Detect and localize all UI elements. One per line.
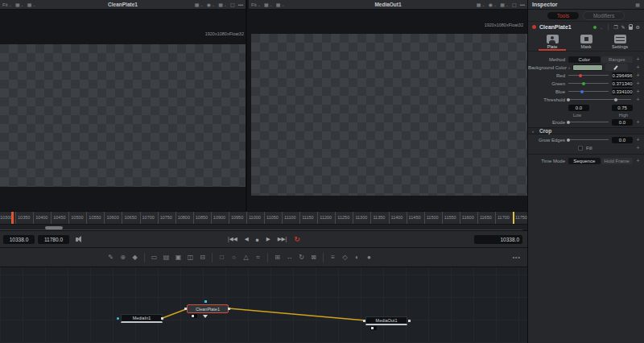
mediaout1-input-port[interactable] <box>363 320 365 322</box>
range-end-marker[interactable] <box>513 212 514 224</box>
method-color-button[interactable]: Color <box>568 56 601 63</box>
scrollbar-handle[interactable] <box>45 226 63 229</box>
grow-edges-slider[interactable] <box>568 139 609 140</box>
toolbar-tool-icon-4-2[interactable]: ↔ <box>283 254 295 261</box>
method-ranges-button[interactable]: Ranges <box>601 56 634 63</box>
toolbar-tool-icon-2-4[interactable]: ◫ <box>184 254 196 261</box>
viewer-left-canvas[interactable]: 1920x1080xFloat32 <box>0 10 246 210</box>
tab-settings[interactable]: Settings <box>606 35 634 51</box>
grow-edges-value-field[interactable]: 0.0 <box>612 137 633 143</box>
toolbar-tool-icon-5-2[interactable]: ◇ <box>339 254 351 261</box>
zoom-fit-dropdown[interactable]: Fit⌄ <box>2 2 12 7</box>
channel-select-dropdown[interactable]: ▦⌄ <box>218 2 227 7</box>
node-editor[interactable]: MediaIn1 CleanPlate1 MediaOut1 <box>0 267 527 343</box>
buffer-select-dropdown[interactable]: ▦⌄ <box>264 2 273 7</box>
toolbar-tool-icon-3-1[interactable]: □ <box>216 254 228 261</box>
toolbar-tool-icon-1-3[interactable]: ◆ <box>129 254 141 261</box>
cleanplate1-expand-triangle[interactable] <box>203 315 208 318</box>
tab-plate[interactable]: Plate <box>539 35 566 51</box>
timeline-scrollbar[interactable] <box>0 224 527 230</box>
current-frame-field[interactable]: 10338.0 <box>474 235 522 244</box>
go-first-frame-button[interactable]: |◀◀ <box>228 236 237 242</box>
mediain1-output-port[interactable] <box>161 317 163 320</box>
wire-cleanplate-mediaout[interactable] <box>229 308 365 320</box>
erode-slider[interactable] <box>568 122 609 122</box>
zoom-fit-dropdown[interactable]: Fit⌄ <box>251 2 261 7</box>
cleanplate1-output-port[interactable] <box>228 308 230 310</box>
green-value-field[interactable]: 0.371340 <box>612 81 633 87</box>
panel-toggle-icon[interactable]: ▦ <box>635 2 640 7</box>
blue-value-field[interactable]: 0.334100 <box>612 89 633 95</box>
subview-dropdown[interactable]: ▦⌄ <box>477 2 485 7</box>
toolbar-tool-icon-5-3[interactable]: ◐ <box>351 254 363 261</box>
stop-button[interactable]: ■ <box>256 237 259 242</box>
animate-plus[interactable]: + <box>633 158 643 163</box>
toolbar-tool-icon-2-3[interactable]: ▣ <box>172 254 184 261</box>
settings-gear-icon[interactable]: ⚙ <box>636 24 640 30</box>
range-end-field[interactable]: 11780.0 <box>38 235 69 244</box>
crop-section-header[interactable]: › Crop <box>528 127 644 134</box>
subview-dropdown[interactable]: ▦⌄ <box>195 2 204 7</box>
audio-mute-icon[interactable] <box>76 238 78 242</box>
toolbar-tool-icon-4-1[interactable]: ⊞ <box>271 254 283 261</box>
animate-plus[interactable]: + <box>633 145 643 151</box>
node-color-dot[interactable] <box>532 25 536 29</box>
viewer-options-button[interactable]: ••• <box>520 2 525 7</box>
animate-plus[interactable]: + <box>633 97 643 102</box>
toolbar-tool-icon-3-2[interactable]: ○ <box>228 254 240 261</box>
node-editor-options-button[interactable]: ••• <box>513 254 521 260</box>
toolbar-tool-icon-3-4[interactable]: ≈ <box>252 254 264 261</box>
erode-value-field[interactable]: 0.0 <box>612 119 633 126</box>
expand-viewer-button[interactable]: ▢ <box>230 2 235 7</box>
toolbar-tool-icon-4-3[interactable]: ↻ <box>295 254 308 261</box>
toolbar-tool-icon-4-4[interactable]: ⊠ <box>308 254 320 261</box>
viewer-options-button[interactable]: ••• <box>238 2 243 7</box>
node-mediaout1[interactable]: MediaOut1 <box>365 316 407 325</box>
edit-icon[interactable]: ✎ <box>621 24 625 30</box>
color-controls-dropdown[interactable]: ◉⌄ <box>489 2 497 7</box>
toolbar-tool-icon-2-2[interactable]: ▤ <box>160 254 172 261</box>
mediaout1-output-port[interactable] <box>408 320 411 322</box>
wire-mediain-cleanplate[interactable] <box>163 309 186 318</box>
loop-playback-button[interactable]: ↻ <box>294 235 300 243</box>
tab-tools[interactable]: Tools <box>547 12 579 19</box>
lock-icon[interactable] <box>629 27 633 30</box>
versions-icon[interactable]: ❐ <box>613 24 617 30</box>
toolbar-tool-icon-2-5[interactable]: ⊟ <box>196 254 208 261</box>
color-picker-button[interactable] <box>605 64 628 71</box>
play-reverse-button[interactable]: ◀ <box>245 236 249 242</box>
threshold-low-handle[interactable] <box>567 98 570 101</box>
cleanplate1-mask-input[interactable] <box>204 300 207 303</box>
threshold-high-handle[interactable] <box>614 98 617 101</box>
tab-modifiers[interactable]: Modifiers <box>583 11 625 20</box>
threshold-high-field[interactable]: 0.75 <box>612 105 633 111</box>
threshold-range-slider[interactable] <box>568 99 631 100</box>
cleanplate1-input-port[interactable] <box>184 308 187 310</box>
animate-plus[interactable]: + <box>633 89 643 94</box>
animate-plus[interactable]: + <box>633 56 643 62</box>
animate-plus[interactable]: + <box>633 119 643 125</box>
buffer-select-dropdown[interactable]: ▦⌄ <box>15 2 24 7</box>
animate-plus[interactable]: + <box>633 72 643 78</box>
background-color-swatch[interactable] <box>572 64 603 71</box>
playhead-marker[interactable] <box>11 212 14 224</box>
red-slider[interactable] <box>568 75 609 76</box>
animate-plus[interactable]: + <box>633 81 643 86</box>
animate-plus[interactable]: + <box>633 137 643 143</box>
toolbar-tool-icon-3-3[interactable]: △ <box>240 254 252 261</box>
play-button[interactable]: ▶ <box>266 236 270 242</box>
timeline-ruler[interactable]: 1030010350104001045010500105501060010650… <box>0 211 527 224</box>
expand-viewer-button[interactable]: ▢ <box>512 2 517 7</box>
view-layout-dropdown[interactable]: ▦⌄ <box>27 2 36 7</box>
blue-slider[interactable] <box>568 91 609 92</box>
expand-caret-icon[interactable]: › <box>568 65 570 70</box>
tab-mask[interactable]: Mask <box>572 35 600 51</box>
go-last-frame-button[interactable]: ▶▶| <box>278 236 287 242</box>
color-controls-dropdown[interactable]: ◉⌄ <box>207 2 215 7</box>
toolbar-tool-icon-1-2[interactable]: ⊕ <box>117 254 129 261</box>
viewer-right-canvas[interactable]: 1920x1080xFloat32 <box>249 10 527 210</box>
view-layout-dropdown[interactable]: ▦⌄ <box>276 2 285 7</box>
node-mediain1[interactable]: MediaIn1 <box>121 314 163 323</box>
animate-plus[interactable]: + <box>633 64 643 70</box>
threshold-low-field[interactable]: 0.0 <box>568 105 589 111</box>
